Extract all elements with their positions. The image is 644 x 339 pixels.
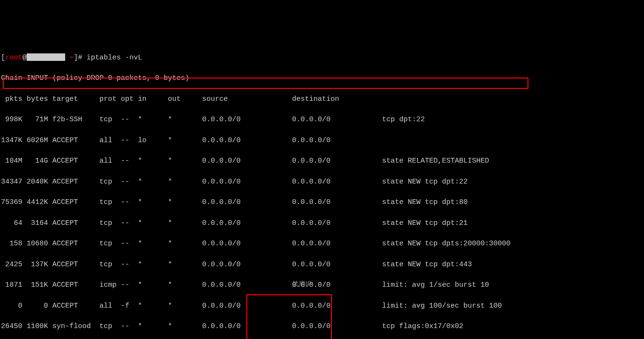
input-row: 75369 4412K ACCEPT tcp -- * * 0.0.0.0/0 … bbox=[1, 197, 643, 208]
command-text: iptables -nvL bbox=[87, 54, 142, 62]
chain-input-header: Chain INPUT (policy DROP 0 packets, 0 by… bbox=[1, 73, 643, 84]
prompt-host: █████████ bbox=[27, 54, 69, 62]
input-row: 2425 137K ACCEPT tcp -- * * 0.0.0.0/0 0.… bbox=[1, 260, 643, 270]
prompt-user: root bbox=[5, 54, 22, 62]
prompt-tilde: ~ bbox=[69, 54, 74, 62]
input-row: 1347K 6026M ACCEPT all -- lo * 0.0.0.0/0… bbox=[1, 136, 643, 146]
input-row: 0 0 ACCEPT all -f * * 0.0.0.0/0 0.0.0.0/… bbox=[1, 301, 643, 311]
input-row: 64 3164 ACCEPT tcp -- * * 0.0.0.0/0 0.0.… bbox=[1, 218, 643, 229]
prompt-end: ]# bbox=[74, 54, 87, 62]
input-row: 998K 71M f2b-SSH tcp -- * * 0.0.0.0/0 0.… bbox=[1, 115, 643, 125]
input-row: 26450 1100K syn-flood tcp -- * * 0.0.0.0… bbox=[1, 321, 643, 332]
annotation-label: 禁用IP bbox=[292, 279, 312, 289]
terminal-output: [root@█████████ ~]# iptables -nvL Chain … bbox=[1, 42, 643, 339]
input-row: 34347 2040K ACCEPT tcp -- * * 0.0.0.0/0 … bbox=[1, 177, 643, 187]
prompt-at: @ bbox=[22, 54, 27, 62]
prompt-line: [root@█████████ ~]# iptables -nvL bbox=[1, 53, 643, 63]
input-row: 158 10680 ACCEPT tcp -- * * 0.0.0.0/0 0.… bbox=[1, 239, 643, 249]
chain-input-columns: pkts bytes target prot opt in out source… bbox=[1, 94, 643, 105]
input-row: 104M 14G ACCEPT all -- * * 0.0.0.0/0 0.0… bbox=[1, 156, 643, 166]
input-row: 1871 151K ACCEPT icmp -- * * 0.0.0.0/0 0… bbox=[1, 280, 643, 291]
